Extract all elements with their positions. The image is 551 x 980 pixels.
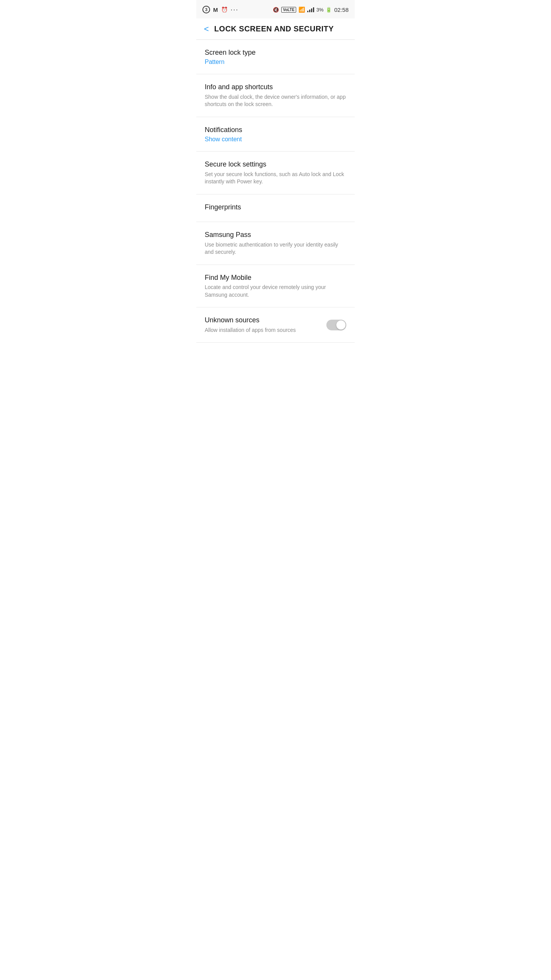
settings-item-title: Secure lock settings <box>205 160 346 169</box>
mute-icon: 🔇 <box>273 7 279 13</box>
settings-item-content: Secure lock settings Set your secure loc… <box>205 160 346 186</box>
status-bar-left: 3 M ⏰ ··· <box>202 6 239 14</box>
notification-badge: 3 <box>202 6 210 13</box>
settings-item-content: Find My Mobile Locate and control your d… <box>205 273 346 299</box>
settings-item-subtitle: Set your secure lock functions, such as … <box>205 171 346 186</box>
settings-item-unknown-sources[interactable]: Unknown sources Allow installation of ap… <box>196 307 355 343</box>
toggle-knob <box>336 320 346 330</box>
status-bar: 3 M ⏰ ··· 🔇 VoLTE 📶 3% 🔋 02:58 <box>196 0 355 18</box>
settings-item-content: Fingerprints <box>205 203 346 213</box>
settings-item-screen-lock-type[interactable]: Screen lock type Pattern <box>196 40 355 74</box>
settings-item-title: Screen lock type <box>205 48 346 57</box>
settings-item-fingerprints[interactable]: Fingerprints <box>196 194 355 222</box>
settings-item-value: Show content <box>205 136 346 143</box>
signal-bars <box>307 7 314 12</box>
overflow-icon: ··· <box>231 6 239 14</box>
wifi-icon: 📶 <box>298 7 305 13</box>
toggle-container <box>326 320 346 330</box>
settings-item-content: Unknown sources Allow installation of ap… <box>205 316 326 334</box>
settings-item-content: Screen lock type Pattern <box>205 48 346 65</box>
settings-item-content: Samsung Pass Use biometric authenticatio… <box>205 230 346 256</box>
page-title: LOCK SCREEN AND SECURITY <box>214 24 334 33</box>
settings-item-content: Notifications Show content <box>205 126 346 143</box>
settings-item-info-app-shortcuts[interactable]: Info and app shortcuts Show the dual clo… <box>196 74 355 117</box>
settings-item-subtitle: Locate and control your device remotely … <box>205 284 346 299</box>
settings-item-find-my-mobile[interactable]: Find My Mobile Locate and control your d… <box>196 265 355 308</box>
status-bar-right: 🔇 VoLTE 📶 3% 🔋 02:58 <box>273 7 349 13</box>
settings-item-title: Unknown sources <box>205 316 326 325</box>
settings-item-title: Fingerprints <box>205 203 346 212</box>
settings-item-value: Pattern <box>205 59 346 65</box>
time-display: 02:58 <box>334 7 349 13</box>
settings-item-title: Info and app shortcuts <box>205 83 346 91</box>
settings-item-title: Samsung Pass <box>205 230 346 239</box>
settings-item-title: Find My Mobile <box>205 273 346 282</box>
settings-item-content: Info and app shortcuts Show the dual clo… <box>205 83 346 108</box>
back-button[interactable]: < <box>204 25 209 33</box>
settings-item-subtitle: Use biometric authentication to verify y… <box>205 241 346 256</box>
settings-list: Screen lock type Pattern Info and app sh… <box>196 40 355 343</box>
alarm-icon: ⏰ <box>221 7 228 13</box>
settings-item-title: Notifications <box>205 126 346 134</box>
settings-item-subtitle: Show the dual clock, the device owner's … <box>205 93 346 108</box>
header: < LOCK SCREEN AND SECURITY <box>196 18 355 40</box>
unknown-sources-toggle[interactable] <box>326 320 346 330</box>
settings-item-secure-lock-settings[interactable]: Secure lock settings Set your secure loc… <box>196 152 355 194</box>
settings-item-subtitle: Allow installation of apps from sources <box>205 327 326 334</box>
battery-icon: 🔋 <box>326 7 332 13</box>
volte-label: VoLTE <box>281 7 296 13</box>
battery-percent: 3% <box>316 7 324 13</box>
gmail-icon: M <box>213 7 218 13</box>
settings-item-notifications[interactable]: Notifications Show content <box>196 117 355 152</box>
settings-item-samsung-pass[interactable]: Samsung Pass Use biometric authenticatio… <box>196 222 355 265</box>
